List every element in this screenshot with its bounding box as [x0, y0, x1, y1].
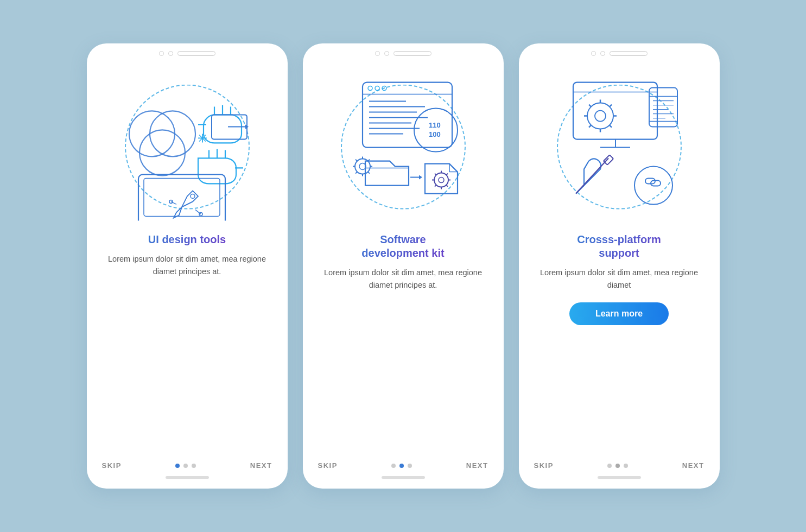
- svg-rect-80: [649, 88, 677, 127]
- card1-description: Lorem ipsum dolor sit dim amet, mea regi…: [102, 253, 272, 278]
- card1-content: UI design tools Lorem ipsum dolor sit di…: [87, 229, 288, 461]
- top-pill: [610, 51, 648, 56]
- card1-dots: [175, 464, 196, 468]
- card3-description: Lorem ipsum dolor sit dim amet, mea regi…: [534, 267, 705, 292]
- svg-line-89: [576, 159, 608, 194]
- dot-3: [624, 464, 628, 468]
- svg-point-21: [191, 194, 195, 198]
- learn-more-button[interactable]: Learn more: [569, 302, 669, 325]
- dot-3: [408, 464, 412, 468]
- svg-rect-66: [573, 83, 657, 140]
- svg-line-78: [589, 125, 591, 128]
- card3-content: Crosss-platformsupport Lorem ipsum dolor…: [519, 229, 720, 461]
- dot-2: [399, 464, 404, 468]
- card3-title: Crosss-platformsupport: [577, 233, 661, 260]
- ui-design-icon: [109, 74, 266, 220]
- top-pill: [177, 51, 215, 56]
- illustration-area-3: [519, 60, 720, 229]
- card2-content: Softwaredevelopment kit Lorem ipsum dolo…: [303, 229, 504, 461]
- card2-next[interactable]: NEXT: [466, 461, 488, 470]
- card3-nav: SKIP NEXT: [519, 461, 720, 470]
- card1-skip[interactable]: SKIP: [102, 461, 122, 470]
- top-dot-2: [600, 51, 605, 56]
- dot-3: [192, 464, 196, 468]
- svg-text:100: 100: [429, 130, 441, 138]
- svg-point-2: [139, 130, 185, 175]
- svg-point-28: [368, 86, 372, 91]
- svg-text:110: 110: [429, 121, 441, 129]
- card2-skip[interactable]: SKIP: [318, 461, 338, 470]
- top-dot-1: [591, 51, 596, 56]
- svg-marker-53: [419, 175, 422, 180]
- svg-point-70: [587, 103, 613, 129]
- phone-handle-2: [382, 476, 425, 479]
- phone-top-bar-2: [303, 43, 504, 60]
- cards-container: UI design tools Lorem ipsum dolor sit di…: [87, 43, 720, 489]
- svg-line-24: [195, 210, 201, 214]
- card2-nav: SKIP NEXT: [303, 461, 504, 470]
- top-pill: [394, 51, 431, 56]
- illustration-area-2: 110 100: [303, 60, 504, 229]
- svg-point-0: [129, 111, 175, 156]
- svg-line-48: [356, 160, 357, 161]
- svg-point-1: [150, 111, 195, 156]
- dot-1: [607, 464, 612, 468]
- crossplatform-icon: [541, 72, 698, 224]
- card2-title: Softwaredevelopment kit: [361, 233, 444, 260]
- phone-handle-3: [598, 476, 641, 479]
- sdk-icon: 110 100: [325, 72, 482, 224]
- dot-1: [391, 464, 396, 468]
- phone-top-bar-3: [519, 43, 720, 60]
- svg-line-64: [435, 185, 436, 187]
- svg-rect-18: [138, 174, 225, 220]
- card2-dots: [391, 464, 412, 468]
- svg-line-79: [610, 125, 612, 128]
- top-dot-1: [375, 51, 380, 56]
- card1-title: UI design tools: [148, 233, 226, 246]
- dot-2: [183, 464, 188, 468]
- phone-top-bar: [87, 43, 288, 60]
- svg-line-62: [435, 174, 436, 175]
- svg-point-42: [355, 159, 370, 174]
- svg-line-65: [446, 185, 448, 187]
- card-cross-platform: Crosss-platformsupport Lorem ipsum dolor…: [519, 43, 720, 489]
- card3-dots: [607, 464, 628, 468]
- svg-point-29: [375, 86, 379, 91]
- illustration-area-1: [87, 60, 288, 229]
- phone-handle-1: [166, 476, 209, 479]
- top-dot-2: [168, 51, 173, 56]
- dot-2: [615, 464, 620, 468]
- card1-next[interactable]: NEXT: [250, 461, 272, 470]
- svg-line-77: [610, 105, 612, 107]
- svg-line-76: [589, 105, 591, 107]
- svg-point-71: [595, 111, 606, 122]
- svg-line-51: [368, 172, 370, 174]
- top-dot-2: [384, 51, 389, 56]
- svg-line-63: [446, 174, 448, 175]
- card3-next[interactable]: NEXT: [682, 461, 705, 470]
- svg-line-50: [356, 172, 357, 174]
- top-dot-1: [159, 51, 164, 56]
- card3-skip[interactable]: SKIP: [534, 461, 554, 470]
- card2-description: Lorem ipsum dolor sit dim amet, mea regi…: [318, 267, 488, 292]
- card-software-dev-kit: 110 100: [303, 43, 504, 489]
- svg-point-30: [382, 86, 386, 91]
- card-ui-design-tools: UI design tools Lorem ipsum dolor sit di…: [87, 43, 288, 489]
- dot-1: [175, 464, 180, 468]
- svg-point-57: [439, 178, 444, 183]
- svg-rect-90: [603, 155, 613, 164]
- card1-nav: SKIP NEXT: [87, 461, 288, 470]
